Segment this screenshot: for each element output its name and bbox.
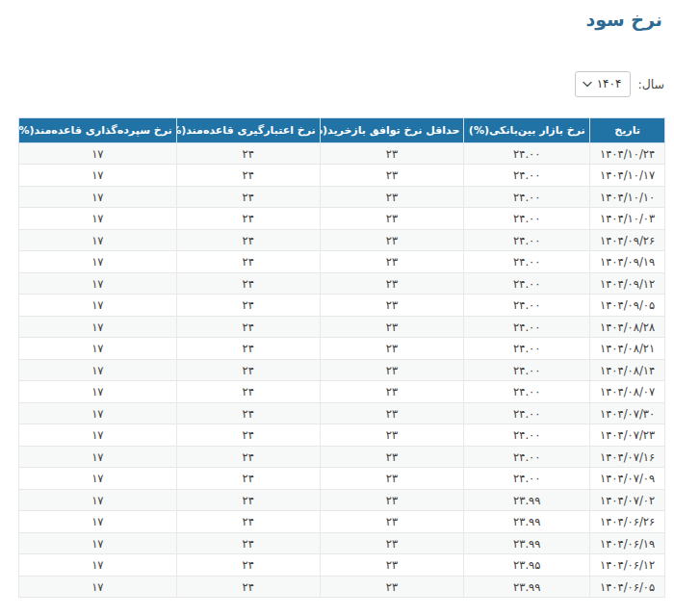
cell-date: ۱۴۰۴/۰۶/۰۵: [590, 576, 665, 598]
cell-credit-rate: ۲۴: [176, 511, 320, 533]
cell-repo-rate: ۲۳: [320, 381, 464, 403]
cell-deposit-rate: ۱۷: [19, 381, 177, 403]
cell-deposit-rate: ۱۷: [19, 424, 177, 447]
cell-deposit-rate: ۱۷: [19, 251, 177, 273]
cell-interbank-rate: ۲۴.۰۰: [464, 142, 590, 165]
table-row: ۱۴۰۴/۱۰/۱۰ ۲۴.۰۰ ۲۳ ۲۴ ۱۷: [19, 186, 665, 208]
cell-credit-rate: ۲۴: [176, 554, 320, 577]
column-header: تاریخ: [590, 117, 665, 142]
cell-deposit-rate: ۱۷: [19, 229, 177, 251]
cell-date: ۱۴۰۴/۰۷/۲۳: [590, 424, 665, 447]
cell-repo-rate: ۲۳: [320, 295, 464, 317]
cell-repo-rate: ۲۳: [320, 576, 464, 598]
cell-repo-rate: ۲۳: [320, 251, 464, 273]
cell-deposit-rate: ۱۷: [19, 186, 177, 208]
cell-deposit-rate: ۱۷: [19, 489, 177, 511]
cell-credit-rate: ۲۴: [176, 272, 320, 295]
table-row: ۱۴۰۴/۰۸/۰۷ ۲۴.۰۰ ۲۳ ۲۴ ۱۷: [19, 381, 665, 403]
cell-deposit-rate: ۱۷: [19, 468, 177, 490]
table-row: ۱۴۰۴/۰۹/۱۲ ۲۴.۰۰ ۲۳ ۲۴ ۱۷: [19, 272, 665, 295]
cell-deposit-rate: ۱۷: [19, 142, 177, 165]
cell-interbank-rate: ۲۴.۰۰: [464, 338, 590, 360]
cell-date: ۱۴۰۴/۰۸/۲۸: [590, 316, 665, 338]
cell-interbank-rate: ۲۴.۰۰: [464, 402, 590, 424]
year-filter: سال: ۱۴۰۴: [0, 71, 664, 97]
table-row: ۱۴۰۴/۱۰/۱۷ ۲۴.۰۰ ۲۳ ۲۴ ۱۷: [19, 165, 665, 187]
column-header: حداقل نرخ توافق بازخرید(%): [320, 117, 464, 142]
cell-deposit-rate: ۱۷: [19, 208, 177, 230]
table-row: ۱۴۰۴/۰۷/۰۹ ۲۴.۰۰ ۲۳ ۲۴ ۱۷: [19, 468, 665, 490]
cell-repo-rate: ۲۳: [320, 272, 464, 295]
table-row: ۱۴۰۴/۰۸/۱۴ ۲۴.۰۰ ۲۳ ۲۴ ۱۷: [19, 359, 665, 381]
table-row: ۱۴۰۴/۰۶/۱۲ ۲۳.۹۵ ۲۳ ۲۴ ۱۷: [19, 554, 665, 577]
cell-interbank-rate: ۲۴.۰۰: [464, 468, 590, 490]
year-select[interactable]: ۱۴۰۴: [575, 71, 631, 97]
cell-date: ۱۴۰۴/۰۶/۱۲: [590, 554, 665, 577]
table-row: ۱۴۰۴/۱۰/۲۴ ۲۴.۰۰ ۲۳ ۲۴ ۱۷: [19, 142, 665, 165]
cell-repo-rate: ۲۳: [320, 511, 464, 533]
cell-repo-rate: ۲۳: [320, 532, 464, 554]
table-row: ۱۴۰۴/۰۷/۳۰ ۲۴.۰۰ ۲۳ ۲۴ ۱۷: [19, 402, 665, 424]
rates-table-container: تاریخ نرخ بازار بین‌بانکی(%)حداقل نرخ تو…: [18, 117, 665, 599]
cell-date: ۱۴۰۴/۰۸/۱۴: [590, 359, 665, 381]
table-row: ۱۴۰۴/۰۸/۲۱ ۲۴.۰۰ ۲۳ ۲۴ ۱۷: [19, 338, 665, 360]
cell-date: ۱۴۰۴/۰۸/۰۷: [590, 381, 665, 403]
table-row: ۱۴۰۴/۰۶/۰۵ ۲۳.۹۹ ۲۳ ۲۴ ۱۷: [19, 576, 665, 598]
cell-interbank-rate: ۲۴.۰۰: [464, 359, 590, 381]
cell-deposit-rate: ۱۷: [19, 511, 177, 533]
cell-date: ۱۴۰۴/۰۹/۱۹: [590, 251, 665, 273]
cell-deposit-rate: ۱۷: [19, 554, 177, 577]
cell-credit-rate: ۲۴: [176, 338, 320, 360]
table-row: ۱۴۰۴/۰۷/۲۳ ۲۴.۰۰ ۲۳ ۲۴ ۱۷: [19, 424, 665, 447]
cell-repo-rate: ۲۳: [320, 142, 464, 165]
cell-repo-rate: ۲۳: [320, 424, 464, 447]
cell-date: ۱۴۰۴/۰۶/۱۹: [590, 532, 665, 554]
cell-repo-rate: ۲۳: [320, 165, 464, 187]
cell-deposit-rate: ۱۷: [19, 576, 177, 598]
cell-interbank-rate: ۲۴.۰۰: [464, 381, 590, 403]
cell-credit-rate: ۲۴: [176, 446, 320, 468]
year-select-value: ۱۴۰۴: [597, 77, 622, 90]
cell-date: ۱۴۰۴/۰۸/۲۱: [590, 338, 665, 360]
cell-repo-rate: ۲۳: [320, 186, 464, 208]
cell-interbank-rate: ۲۳.۹۹: [464, 489, 590, 511]
cell-repo-rate: ۲۳: [320, 554, 464, 577]
cell-deposit-rate: ۱۷: [19, 316, 177, 338]
cell-interbank-rate: ۲۴.۰۰: [464, 229, 590, 251]
cell-deposit-rate: ۱۷: [19, 272, 177, 295]
column-header: نرخ اعتبارگیری قاعده‌مند(%): [176, 117, 320, 142]
cell-interbank-rate: ۲۳.۹۹: [464, 511, 590, 533]
cell-credit-rate: ۲۴: [176, 229, 320, 251]
year-label: سال:: [637, 77, 664, 91]
cell-date: ۱۴۰۴/۰۷/۳۰: [590, 402, 665, 424]
cell-interbank-rate: ۲۴.۰۰: [464, 316, 590, 338]
cell-interbank-rate: ۲۴.۰۰: [464, 424, 590, 447]
table-body: ۱۴۰۴/۱۰/۲۴ ۲۴.۰۰ ۲۳ ۲۴ ۱۷ ۱۴۰۴/۱۰/۱۷ ۲۴.…: [19, 142, 665, 598]
table-row: ۱۴۰۴/۰۸/۲۸ ۲۴.۰۰ ۲۳ ۲۴ ۱۷: [19, 316, 665, 338]
cell-credit-rate: ۲۴: [176, 359, 320, 381]
cell-interbank-rate: ۲۳.۹۹: [464, 576, 590, 598]
cell-repo-rate: ۲۳: [320, 359, 464, 381]
cell-credit-rate: ۲۴: [176, 489, 320, 511]
table-row: ۱۴۰۴/۰۶/۲۶ ۲۳.۹۹ ۲۳ ۲۴ ۱۷: [19, 511, 665, 533]
cell-interbank-rate: ۲۴.۰۰: [464, 186, 590, 208]
cell-interbank-rate: ۲۴.۰۰: [464, 208, 590, 230]
cell-date: ۱۴۰۴/۰۹/۱۲: [590, 272, 665, 295]
cell-interbank-rate: ۲۳.۹۵: [464, 554, 590, 577]
cell-deposit-rate: ۱۷: [19, 402, 177, 424]
cell-credit-rate: ۲۴: [176, 208, 320, 230]
table-row: ۱۴۰۴/۰۹/۲۶ ۲۴.۰۰ ۲۳ ۲۴ ۱۷: [19, 229, 665, 251]
cell-credit-rate: ۲۴: [176, 402, 320, 424]
cell-credit-rate: ۲۴: [176, 142, 320, 165]
cell-repo-rate: ۲۳: [320, 446, 464, 468]
cell-repo-rate: ۲۳: [320, 468, 464, 490]
cell-repo-rate: ۲۳: [320, 338, 464, 360]
cell-interbank-rate: ۲۳.۹۹: [464, 532, 590, 554]
cell-date: ۱۴۰۴/۰۷/۱۶: [590, 446, 665, 468]
cell-repo-rate: ۲۳: [320, 208, 464, 230]
table-row: ۱۴۰۴/۰۷/۱۶ ۲۴.۰۰ ۲۳ ۲۴ ۱۷: [19, 446, 665, 468]
cell-repo-rate: ۲۳: [320, 229, 464, 251]
cell-credit-rate: ۲۴: [176, 295, 320, 317]
table-header-row: تاریخ نرخ بازار بین‌بانکی(%)حداقل نرخ تو…: [19, 117, 665, 142]
cell-deposit-rate: ۱۷: [19, 532, 177, 554]
